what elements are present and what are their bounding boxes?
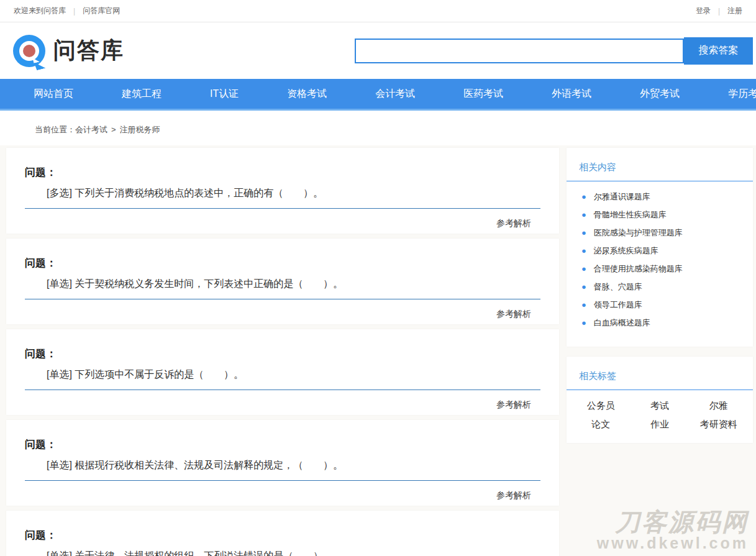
nav-item-foreign-language[interactable]: 外语考试	[537, 79, 606, 109]
breadcrumb-prefix: 当前位置：	[35, 125, 75, 134]
topbar-divider: |	[73, 7, 75, 16]
search-answers-button[interactable]: 搜索答案	[684, 37, 753, 65]
question-link[interactable]: [单选] 关于契税纳税义务发生时间，下列表述中正确的是（ ）。	[47, 278, 540, 291]
related-content-panel: 相关内容 ●尔雅通识课题库 ●骨髓增生性疾病题库 ●医院感染与护理管理题库 ●泌…	[567, 148, 753, 347]
breadcrumb-current: 注册税务师	[120, 125, 160, 134]
tag-link[interactable]: 考研资料	[689, 419, 748, 431]
bullet-icon: ●	[581, 300, 586, 309]
tag-link[interactable]: 作业	[631, 419, 690, 431]
related-content-item[interactable]: ●骨髓增生性疾病题库	[581, 209, 747, 221]
question-card: 问题： [单选] 根据现行税收相关法律、法规及司法解释的规定，（ ）。 参考解析	[6, 420, 559, 506]
logo-speech-bubble-icon	[12, 34, 47, 68]
question-card: 问题： [单选] 关于法律、法规授权的组织，下列说法错误的是（ ）。 参考解析	[6, 511, 559, 556]
related-content-item[interactable]: ●督脉、穴题库	[581, 281, 747, 293]
content-area: 问题： [多选] 下列关于消费税纳税地点的表述中，正确的有（ ）。 参考解析 问…	[0, 145, 756, 556]
bullet-icon: ●	[581, 318, 586, 327]
question-label: 问题：	[25, 165, 559, 180]
related-content-item[interactable]: ●白血病概述题库	[581, 317, 747, 329]
question-divider	[25, 390, 540, 390]
welcome-text: 欢迎来到问答库	[14, 6, 66, 16]
auth-divider: |	[718, 7, 720, 16]
reference-analysis-link[interactable]: 参考解析	[6, 490, 531, 501]
official-site-link[interactable]: 问答库官网	[83, 6, 120, 16]
login-link[interactable]: 登录	[696, 6, 711, 16]
question-link[interactable]: [单选] 关于法律、法规授权的组织，下列说法错误的是（ ）。	[47, 550, 540, 556]
breadcrumb: 当前位置：会计考试>注册税务师	[0, 111, 756, 145]
tag-link[interactable]: 考试	[631, 400, 690, 412]
nav-item-home[interactable]: 网站首页	[19, 79, 88, 109]
question-card: 问题： [单选] 关于契税纳税义务发生时间，下列表述中正确的是（ ）。 参考解析	[6, 239, 559, 324]
question-card: 问题： [单选] 下列选项中不属于反诉的是（ ）。 参考解析	[6, 329, 559, 415]
question-label: 问题：	[25, 256, 559, 270]
nav-item-qualification[interactable]: 资格考试	[272, 79, 342, 109]
main-nav: 网站首页 建筑工程 IT认证 资格考试 会计考试 医药考试 外语考试 外贸考试 …	[0, 79, 756, 111]
related-content-title: 相关内容	[567, 148, 753, 181]
bullet-icon: ●	[581, 228, 586, 237]
tag-link[interactable]: 尔雅	[689, 400, 748, 412]
bullet-icon: ●	[581, 246, 586, 255]
question-divider	[25, 480, 540, 481]
nav-item-foreign-trade[interactable]: 外贸考试	[625, 79, 695, 109]
question-label: 问题：	[25, 528, 559, 542]
question-label: 问题：	[25, 437, 559, 452]
reference-analysis-link[interactable]: 参考解析	[6, 309, 531, 320]
related-content-item[interactable]: ●泌尿系统疾病题库	[581, 245, 747, 257]
question-divider	[25, 208, 540, 209]
reference-analysis-link[interactable]: 参考解析	[6, 399, 531, 411]
question-link[interactable]: [单选] 下列选项中不属于反诉的是（ ）。	[47, 368, 540, 381]
nav-item-academic[interactable]: 学历考试	[713, 79, 756, 109]
nav-item-construction[interactable]: 建筑工程	[107, 79, 176, 109]
sidebar: 相关内容 ●尔雅通识课题库 ●骨髓增生性疾病题库 ●医院感染与护理管理题库 ●泌…	[567, 148, 753, 453]
related-content-item[interactable]: ●尔雅通识课题库	[581, 191, 747, 203]
nav-item-accounting[interactable]: 会计考试	[360, 79, 430, 109]
related-content-item[interactable]: ●医院感染与护理管理题库	[581, 227, 747, 239]
question-card: 问题： [多选] 下列关于消费税纳税地点的表述中，正确的有（ ）。 参考解析	[6, 148, 559, 234]
question-divider	[25, 299, 540, 299]
related-content-list: ●尔雅通识课题库 ●骨髓增生性疾病题库 ●医院感染与护理管理题库 ●泌尿系统疾病…	[567, 181, 753, 347]
search-bar: 搜索答案	[355, 37, 753, 65]
question-link[interactable]: [单选] 根据现行税收相关法律、法规及司法解释的规定，（ ）。	[47, 459, 540, 472]
logo-text: 问答库	[53, 35, 124, 66]
bullet-icon: ●	[581, 210, 586, 219]
tag-link[interactable]: 公务员	[572, 400, 631, 412]
related-content-item[interactable]: ●合理使用抗感染药物题库	[581, 263, 747, 275]
nav-item-it-cert[interactable]: IT认证	[195, 79, 253, 109]
question-link[interactable]: [多选] 下列关于消费税纳税地点的表述中，正确的有（ ）。	[47, 187, 540, 200]
site-logo[interactable]: 问答库	[12, 34, 124, 68]
search-input[interactable]	[355, 39, 684, 63]
related-tags-panel: 相关标签 公务员 考试 尔雅 论文 作业 考研资料	[567, 357, 753, 443]
question-list: 问题： [多选] 下列关于消费税纳税地点的表述中，正确的有（ ）。 参考解析 问…	[6, 148, 559, 556]
tag-link[interactable]: 论文	[572, 419, 631, 431]
breadcrumb-separator: >	[111, 125, 116, 134]
related-tags-title: 相关标签	[567, 357, 753, 390]
register-link[interactable]: 注册	[727, 6, 742, 16]
page: 欢迎来到问答库 | 问答库官网 登录 | 注册 问答库 搜索答案 网站首页 建筑…	[0, 0, 756, 556]
question-label: 问题：	[25, 347, 559, 361]
bullet-icon: ●	[581, 264, 586, 273]
tag-grid: 公务员 考试 尔雅 论文 作业 考研资料	[567, 390, 753, 443]
reference-analysis-link[interactable]: 参考解析	[6, 218, 531, 229]
top-utility-bar: 欢迎来到问答库 | 问答库官网 登录 | 注册	[0, 0, 756, 22]
related-content-item[interactable]: ●领导工作题库	[581, 299, 747, 311]
breadcrumb-category-link[interactable]: 会计考试	[75, 125, 107, 134]
bullet-icon: ●	[581, 192, 586, 201]
site-header: 问答库 搜索答案	[0, 22, 756, 79]
nav-item-medical[interactable]: 医药考试	[449, 79, 518, 109]
bullet-icon: ●	[581, 282, 586, 291]
